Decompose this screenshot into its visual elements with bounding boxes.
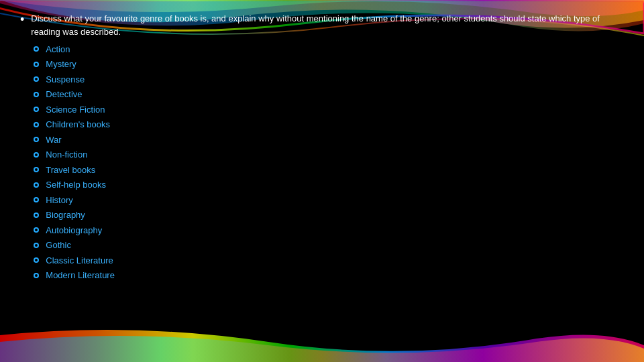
genre-label: Modern Literature (46, 269, 115, 282)
sub-bullet-icon (34, 76, 39, 82)
list-item: Autobiography (31, 224, 624, 237)
genre-label: Suspense (46, 73, 85, 86)
list-item: Suspense (31, 73, 624, 86)
sub-bullet-icon (34, 46, 39, 52)
list-item: War (31, 133, 624, 147)
list-item: Detective (31, 88, 624, 101)
list-item: Action (31, 43, 624, 56)
genre-label: Biography (46, 208, 85, 222)
genre-label: History (46, 194, 72, 207)
list-item: Mystery (31, 58, 624, 71)
genre-label: Detective (46, 88, 82, 101)
content-area: • Discuss what your favourite genre of b… (0, 0, 644, 362)
list-item: Gothic (31, 239, 624, 252)
genre-list: ActionMysterySuspenseDetectiveScience Fi… (31, 43, 624, 282)
genre-label: Science Fiction (46, 103, 105, 117)
sub-bullet-icon (34, 227, 39, 233)
sub-bullet-icon (34, 152, 39, 158)
genre-label: Action (46, 43, 70, 56)
list-item: Biography (31, 208, 624, 222)
list-item: Travel books (31, 164, 624, 177)
list-item: Modern Literature (31, 269, 624, 282)
sub-bullet-icon (34, 243, 39, 248)
list-item: Self-help books (31, 178, 624, 192)
main-bullet-text: Discuss what your favourite genre of boo… (31, 13, 600, 37)
sub-bullet-icon (34, 257, 39, 263)
sub-bullet-icon (34, 273, 39, 278)
list-item: History (31, 194, 624, 207)
sub-bullet-icon (34, 137, 39, 142)
sub-bullet-icon (34, 182, 39, 188)
genre-label: Children's books (46, 118, 110, 131)
sub-bullet-icon (34, 197, 39, 202)
genre-label: Classic Literature (46, 254, 113, 267)
list-item: Science Fiction (31, 103, 624, 117)
genre-label: War (46, 133, 61, 147)
sub-bullet-icon (34, 62, 39, 67)
genre-label: Self-help books (46, 178, 106, 192)
sub-bullet-icon (34, 167, 39, 172)
list-item: Children's books (31, 118, 624, 131)
genre-label: Travel books (46, 164, 95, 177)
genre-label: Gothic (46, 239, 71, 252)
sub-bullet-icon (34, 122, 39, 127)
genre-label: Non-fiction (46, 148, 87, 162)
sub-bullet-icon (34, 107, 39, 112)
main-bullet-item: • Discuss what your favourite genre of b… (20, 12, 624, 284)
sub-bullet-icon (34, 213, 39, 218)
sub-bullet-icon (34, 92, 39, 97)
genre-label: Autobiography (46, 224, 102, 237)
list-item: Non-fiction (31, 148, 624, 162)
genre-label: Mystery (46, 58, 76, 71)
main-bullet-symbol: • (20, 13, 24, 27)
list-item: Classic Literature (31, 254, 624, 267)
